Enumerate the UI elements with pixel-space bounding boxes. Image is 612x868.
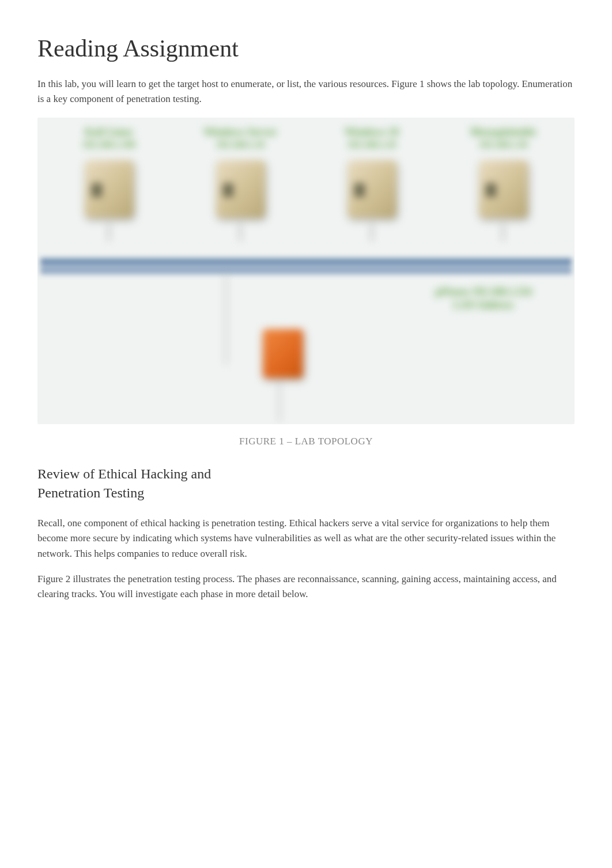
topology-node: Windows Server 192.168.1.10 [175, 126, 306, 241]
connector-line [240, 224, 241, 241]
body-paragraph-2: Figure 2 illustrates the penetration tes… [37, 572, 575, 602]
connector-line [371, 224, 372, 241]
node-ip: 192.168.1.10 [216, 139, 265, 150]
connector-line [225, 274, 226, 364]
server-icon [479, 160, 528, 218]
firewall-label: pfSense 192.168.1.254 [435, 286, 531, 298]
firewall-label-group: pfSense 192.168.1.254 LAN Address [435, 286, 531, 312]
server-icon [347, 160, 396, 218]
figure-1-caption: FIGURE 1 – LAB TOPOLOGY [37, 436, 575, 447]
section-heading: Review of Ethical Hacking and Penetratio… [37, 465, 262, 503]
server-icon [216, 160, 265, 218]
firewall-sublabel: LAN Address [435, 299, 531, 311]
topology-node: Kali Linux 192.168.1.100 [43, 126, 175, 241]
figure-1: Kali Linux 192.168.1.100 Windows Server … [37, 118, 575, 424]
node-ip: 192.168.1.100 [82, 139, 135, 150]
node-label: Metasploitable [470, 126, 536, 138]
connector-line [279, 381, 280, 421]
page-title: Reading Assignment [37, 35, 575, 62]
server-icon [85, 160, 134, 218]
node-label: Windows 10 [345, 126, 399, 138]
connector-line [503, 224, 504, 241]
node-label: Windows Server [203, 126, 277, 138]
intro-paragraph: In this lab, you will learn to get the t… [37, 77, 575, 107]
connector-line [108, 224, 109, 241]
network-bar [40, 258, 572, 274]
node-ip: 192.168.1.30 [479, 139, 527, 150]
firewall-icon [263, 329, 303, 378]
body-paragraph-1: Recall, one component of ethical hacking… [37, 516, 575, 561]
topology-bottom-row: pfSense 192.168.1.254 LAN Address [37, 274, 575, 424]
topology-node: Windows 10 192.168.1.20 [306, 126, 437, 241]
node-label: Kali Linux [85, 126, 133, 138]
topology-top-row: Kali Linux 192.168.1.100 Windows Server … [37, 118, 575, 258]
node-ip: 192.168.1.20 [347, 139, 396, 150]
topology-node: Metasploitable 192.168.1.30 [437, 126, 569, 241]
